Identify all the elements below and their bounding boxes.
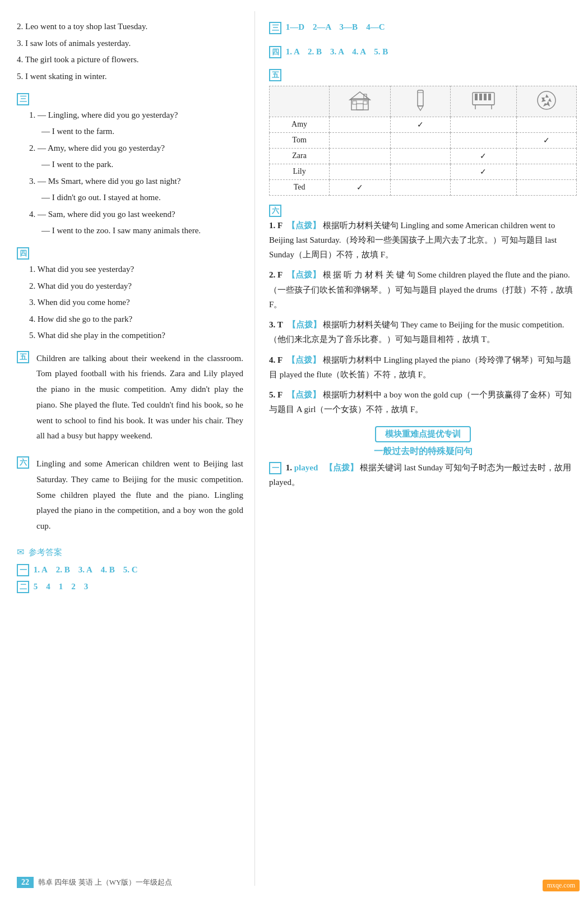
left-column: 2. Leo went to a toy shop last Tuesday. …: [0, 11, 255, 886]
svg-rect-3: [353, 101, 356, 104]
qa-4-q: 4. — Sam, where did you go last weekend?: [17, 207, 243, 222]
svg-marker-18: [545, 94, 549, 98]
module-ans-one: 一 1. played 【点拨】 根据关键词 last Sunday 可知句子时…: [269, 460, 577, 490]
qa-1-q: 1. — Lingling, where did you go yesterda…: [17, 108, 243, 123]
row-check: [330, 148, 391, 164]
list-item: 1. What did you see yesterday?: [17, 262, 243, 277]
row-check: ✓: [330, 179, 391, 195]
ans-three-items: 1—D 2—A 3—B 4—C: [286, 22, 385, 31]
row-check: ✓: [451, 164, 517, 179]
right-ans-three: 三 1—D 2—A 3—B 4—C: [269, 20, 577, 35]
row-check: ✓: [516, 132, 576, 148]
qa-4-a: — I went to the zoo. I saw many animals …: [17, 224, 243, 238]
right-column: 三 1—D 2—A 3—B 4—C 四 1. A: [255, 11, 588, 886]
module-title: 一般过去时的特殊疑问句: [269, 446, 577, 457]
list-item: 5. I went skating in winter.: [17, 70, 243, 84]
list-item: 4. How did she go to the park?: [17, 312, 243, 327]
svg-rect-11: [479, 94, 482, 100]
footer: 22 韩卓 四年级 英语 上（WY版）一年级起点: [0, 873, 255, 891]
ans-six-item-3: 3. T 【点拨】 根据听力材料关键句 They came to Beijing…: [269, 317, 577, 347]
list-item: 4. The girl took a picture of flowers.: [17, 53, 243, 67]
svg-rect-2: [356, 104, 363, 110]
row-name: Lily: [270, 164, 330, 179]
row-check: [451, 132, 517, 148]
ans-two-label: 二: [17, 581, 29, 593]
ans-two-items: 5 4 1 2 3: [34, 582, 89, 591]
row-name: Ted: [270, 179, 330, 195]
svg-rect-4: [363, 101, 367, 104]
svg-marker-19: [548, 98, 552, 102]
list-item: 3. When did you come home?: [17, 295, 243, 310]
ans-four-row: 四 1. A 2. B 3. A 4. A 5. B: [269, 44, 577, 60]
svg-rect-13: [488, 94, 491, 100]
section-six: 六 Lingling and some American children we…: [17, 456, 243, 539]
list-item: 2. Leo went to a toy shop last Tuesday.: [17, 20, 243, 34]
row-name: Tom: [270, 132, 330, 148]
section-label-three: 三: [17, 93, 29, 105]
ans-six-item-1: 1. F 【点拨】 根据听力材料关键句 Lingling and some Am…: [269, 218, 577, 262]
ref-answers: ✉ 参考答案 一 1. A 2. B 3. A 4. B 5. C: [17, 547, 243, 595]
ans-six-item-2: 2. F 【点拨】 根 据 听 力 材 料 关 键 句 Some childre…: [269, 267, 577, 312]
row-check: [516, 148, 576, 164]
svg-rect-10: [475, 94, 478, 100]
section-three-header: 三: [17, 91, 243, 106]
table-row: Zara ✓: [270, 148, 577, 164]
row-name: Amy: [270, 117, 330, 132]
table-header-house: [330, 86, 391, 117]
row-check: [390, 132, 450, 148]
row-check: [330, 164, 391, 179]
ans-one-label: 一: [17, 564, 29, 576]
qa-3-q: 3. — Ms Smart, where did you go last nig…: [17, 174, 243, 189]
section-label-five: 五: [17, 351, 29, 363]
ans-one-items: 1. A 2. B 3. A 4. B 5. C: [34, 565, 138, 574]
section-six-para: Lingling and some American children went…: [36, 456, 243, 534]
qa-2-q: 2. — Amy, where did you go yesterday?: [17, 141, 243, 156]
qa-3-a: — I didn't go out. I stayed at home.: [17, 191, 243, 205]
row-check: [330, 132, 391, 148]
ans-three-label: 三: [269, 22, 281, 34]
list-item: 2. What did you do yesterday?: [17, 279, 243, 294]
row-check: [451, 179, 517, 195]
row-check: ✓: [451, 148, 517, 164]
section-label-six: 六: [17, 456, 29, 469]
row-check: [390, 148, 450, 164]
page: 2. Leo went to a toy shop last Tuesday. …: [0, 0, 588, 897]
section-label-four: 四: [17, 247, 29, 260]
module-ans-label: 一: [269, 462, 281, 474]
footer-page-num: 22: [17, 877, 34, 888]
ref-title: ✉ 参考答案: [17, 547, 243, 558]
row-check: [330, 117, 391, 132]
ans-two: 二 5 4 1 2 3: [17, 579, 243, 595]
list-item: 3. I saw lots of animals yesterday.: [17, 36, 243, 51]
ans-six-label: 六: [269, 205, 281, 217]
row-check: [516, 179, 576, 195]
section-four-header: 四: [17, 246, 243, 261]
row-check: ✓: [390, 117, 450, 132]
table-row: Tom ✓: [270, 132, 577, 148]
footer-text: 韩卓 四年级 英语 上（WY版）一年级起点: [38, 877, 172, 887]
row-check: [451, 117, 517, 132]
section-five: 五 Children are talking about their weeke…: [17, 351, 243, 449]
ans-five-table: Amy ✓ Tom ✓ Zara: [269, 86, 577, 196]
qa-1-a: — I went to the farm.: [17, 124, 243, 139]
ans-four-label: 四: [269, 46, 281, 58]
svg-marker-20: [547, 101, 550, 107]
svg-rect-12: [484, 94, 487, 100]
ans-six-item-4: 4. F 【点拨】 根据听力材料中 Lingling played the pi…: [269, 353, 577, 382]
row-check: [516, 117, 576, 132]
right-ans-six: 六 1. F 【点拨】 根据听力材料关键句 Lingling and some …: [269, 205, 577, 417]
svg-point-17: [538, 91, 555, 109]
row-check: [390, 164, 450, 179]
watermark: mxqe.com: [543, 880, 580, 891]
module-ans-word: played: [294, 463, 318, 472]
module-section: 模块重难点提优专训 一般过去时的特殊疑问句 一 1. played 【点拨】 根…: [269, 426, 577, 490]
table-header-ball: [516, 86, 576, 117]
qa-2-a: — I went to the park.: [17, 158, 243, 172]
svg-marker-7: [418, 106, 423, 110]
table-header-pen: [390, 86, 450, 117]
table-row: Amy ✓: [270, 117, 577, 132]
table-header-piano: [451, 86, 517, 117]
table-row: Ted ✓: [270, 179, 577, 195]
section-four: 四 1. What did you see yesterday? 2. What…: [17, 246, 243, 343]
right-ans-four: 四 1. A 2. B 3. A 4. A 5. B: [269, 44, 577, 60]
